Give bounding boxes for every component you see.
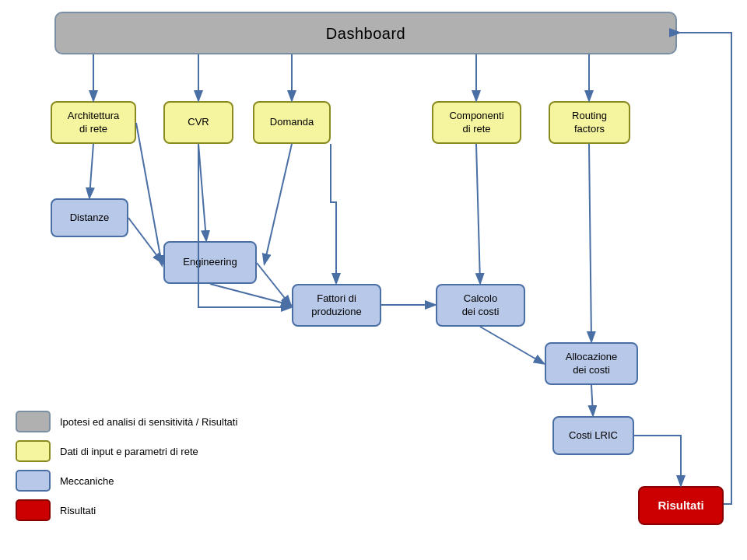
distanze-box[interactable]: Distanze (51, 198, 128, 237)
legend-label-blue: Meccaniche (60, 475, 114, 487)
legend-label-gray: Ipotesi ed analisi di sensitività / Risu… (60, 416, 237, 428)
svg-line-16 (591, 385, 593, 415)
architettura-box[interactable]: Architetturadi rete (51, 101, 136, 144)
svg-line-14 (589, 144, 591, 341)
legend-item-red: Risultati (16, 499, 237, 521)
routing-box[interactable]: Routingfactors (549, 101, 630, 144)
legend-swatch-yellow (16, 440, 51, 462)
costi-lric-box[interactable]: Costi LRIC (552, 416, 634, 455)
legend-item-blue: Meccaniche (16, 470, 237, 492)
svg-line-7 (136, 123, 162, 264)
dashboard-box[interactable]: Dashboard (54, 12, 677, 54)
svg-line-9 (265, 144, 292, 263)
cvr-box[interactable]: CVR (163, 101, 233, 144)
legend-item-gray: Ipotesi ed analisi di sensitività / Risu… (16, 411, 237, 432)
svg-line-15 (480, 327, 543, 363)
legend: Ipotesi ed analisi di sensitività / Risu… (16, 411, 237, 529)
legend-item-yellow: Dati di input e parametri di rete (16, 440, 237, 462)
diagram-container: Dashboard Architetturadi rete CVR Domand… (0, 0, 747, 560)
calcolo-box[interactable]: Calcolodei costi (436, 284, 525, 327)
legend-label-yellow: Dati di input e parametri di rete (60, 446, 198, 457)
svg-line-13 (476, 144, 480, 282)
domanda-box[interactable]: Domanda (253, 101, 331, 144)
svg-line-8 (198, 144, 206, 240)
legend-swatch-red (16, 499, 51, 521)
engineering-box[interactable]: Engineering (163, 241, 257, 284)
fattori-box[interactable]: Fattori diproduzione (292, 284, 381, 327)
componenti-box[interactable]: Componentidi rete (432, 101, 521, 144)
svg-line-5 (89, 144, 93, 197)
allocazione-box[interactable]: Allocazionedei costi (545, 342, 638, 385)
legend-swatch-gray (16, 411, 51, 432)
svg-line-6 (128, 218, 162, 262)
risultati-box[interactable]: Risultati (638, 486, 724, 525)
svg-line-10 (257, 263, 290, 305)
legend-swatch-blue (16, 470, 51, 492)
svg-line-11 (210, 284, 290, 305)
legend-label-red: Risultati (60, 505, 96, 516)
